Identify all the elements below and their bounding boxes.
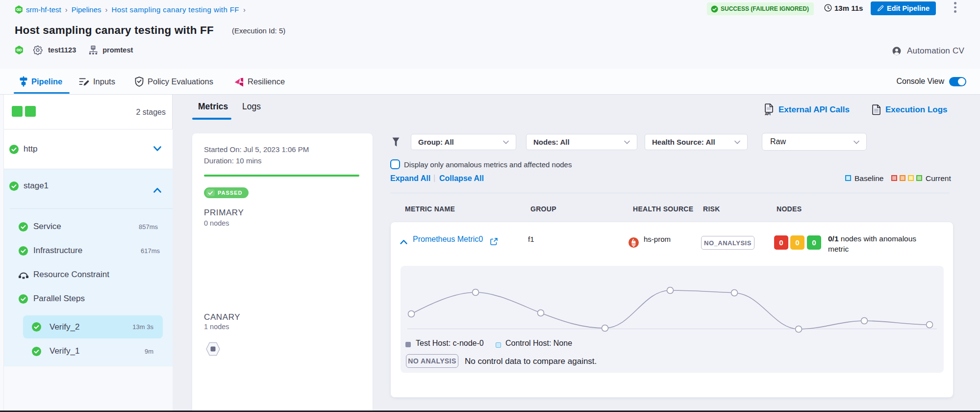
svg-text:API: API xyxy=(765,112,771,116)
